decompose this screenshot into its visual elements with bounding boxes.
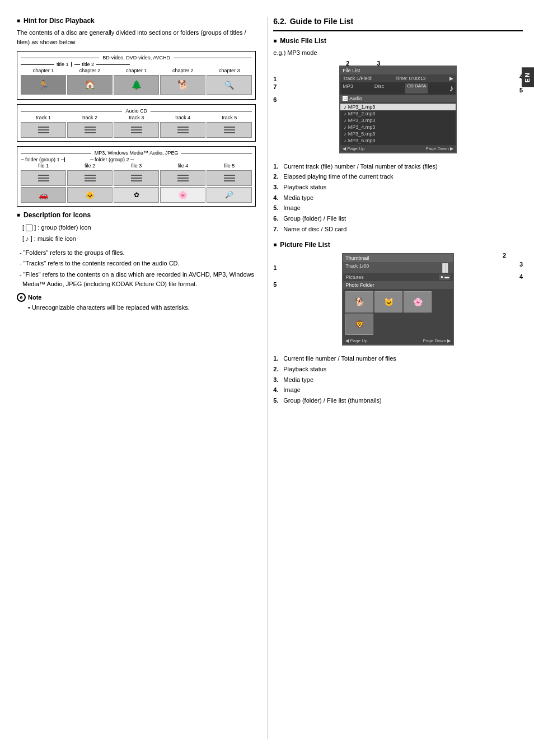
music-numbered-list: 1.Current track (file) number / Total nu…: [273, 161, 523, 235]
page-container: Hint for Disc Playback The contents of a…: [0, 0, 534, 756]
left-column: Hint for Disc Playback The contents of a…: [17, 17, 267, 739]
mp3-diagram: MP3, Windows Media™ Audio, JPEG folder (…: [17, 146, 256, 207]
music-heading: Music File List: [273, 37, 523, 45]
picture-heading: Picture File List: [273, 241, 523, 249]
note-box: e Note Unrecognizable characters will be…: [17, 293, 256, 311]
hint-text: The contents of a disc are generally div…: [17, 28, 256, 46]
section-header: 6.2. Guide to File List: [273, 17, 523, 26]
bd-thumb-4: 🐕: [160, 75, 205, 95]
music-file-list-screen: File List Track 1/Field Time: 0:00:12 ▶ …: [339, 66, 457, 153]
description-heading: Description for Icons: [17, 211, 256, 219]
side-tab: EN: [522, 67, 534, 87]
bd-thumb-1: 🏃: [21, 75, 66, 95]
picture-numbered-list: 1.Current file number / Total number of …: [273, 353, 523, 405]
icon-descriptions: [ ] : group (folder) icon [ ♪ ] : music …: [22, 222, 256, 245]
picture-screen-wrapper: 1 2 3 4 5 Thumbnail Track 1/60 ▐▌ Pictur…: [273, 253, 523, 346]
bd-thumb-2: 🏠: [67, 75, 113, 95]
music-screen-wrapper: 1 7 2 3 4 5 6 File List Track 1/Field Ti…: [273, 66, 523, 153]
bd-thumb-3: 🌲: [114, 75, 159, 95]
bd-diagram: BD-video, DVD-video, AVCHD title 1 title…: [17, 51, 256, 100]
right-column: 6.2. Guide to File List Music File List …: [267, 17, 523, 739]
bd-thumb-5: 🔍: [207, 75, 252, 95]
hint-heading: Hint for Disc Playback: [17, 17, 256, 25]
audio-diagram: Audio CD track 1 track 2 track 3 track 4…: [17, 104, 256, 142]
dash-items: - "Folders" refers to the groups of file…: [17, 248, 256, 290]
picture-file-list-screen: Thumbnail Track 1/60 ▐▌ Pictures ● ▬ Pho…: [342, 253, 454, 346]
